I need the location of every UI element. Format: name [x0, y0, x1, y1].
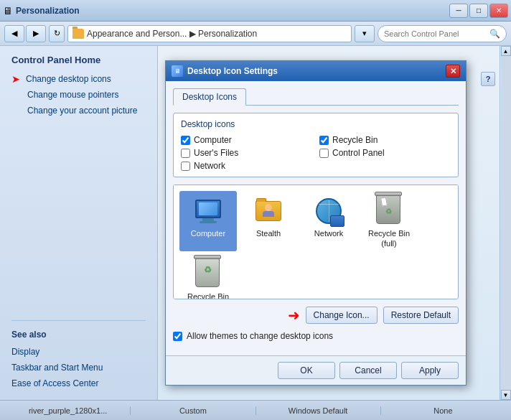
search-box[interactable]: 🔍 — [378, 25, 507, 42]
checkbox-control-panel[interactable] — [319, 149, 329, 158]
recycle-full-shape: ♻ — [376, 195, 402, 227]
window-title: Personalization — [16, 6, 80, 16]
checkbox-label-users-files: User's Files — [194, 148, 238, 158]
sidebar-item-display[interactable]: Display — [11, 344, 146, 360]
address-bar: ◀ ▶ ↻ Appearance and Person... ▶ Persona… — [0, 22, 511, 46]
icon-item-computer[interactable]: Computer — [179, 191, 237, 251]
checkbox-computer[interactable] — [181, 136, 190, 145]
cb-row-control-panel: Control Panel — [319, 148, 451, 158]
back-button[interactable]: ◀ — [4, 25, 24, 42]
bin-lid — [375, 192, 402, 196]
close-button[interactable]: ✕ — [489, 4, 508, 18]
sidebar-item-change-mouse-pointers[interactable]: Change mouse pointers — [11, 87, 146, 103]
address-text: Appearance and Person... ▶ Personalizati… — [87, 29, 257, 39]
sidebar-item-taskbar[interactable]: Taskbar and Start Menu — [11, 360, 146, 375]
icon-label-network: Network — [314, 228, 343, 238]
scrollbar-down[interactable]: ▼ — [501, 390, 511, 400]
control-panel-home-link[interactable]: Control Panel Home — [11, 55, 146, 65]
restore-default-button[interactable]: Restore Default — [383, 307, 459, 324]
minimize-button[interactable]: ─ — [449, 4, 468, 18]
sidebar-label-change-desktop: Change desktop icons — [26, 71, 111, 87]
forward-button[interactable]: ▶ — [26, 25, 46, 42]
recycle-empty-shape: ♻ — [195, 258, 221, 290]
icon-item-recycle-empty[interactable]: ♻ Recycle Bin(empty) — [179, 254, 237, 299]
icon-item-network[interactable]: Network — [300, 191, 357, 251]
scrollbar[interactable]: ▲ ▼ — [500, 46, 511, 400]
checkbox-label-network: Network — [194, 161, 225, 171]
recycle-arrows: ♻ — [385, 207, 392, 215]
icon-item-stealth[interactable]: Stealth — [240, 191, 297, 251]
computer-icon-visual — [191, 194, 225, 228]
dialog-buttons: OK Cancel Apply — [166, 355, 466, 385]
apply-button[interactable]: Apply — [401, 362, 459, 379]
refresh-button[interactable]: ↻ — [49, 25, 65, 42]
sidebar: Control Panel Home ➤ Change desktop icon… — [0, 46, 158, 400]
folder-tab — [256, 198, 266, 202]
checkbox-label-control-panel: Control Panel — [332, 148, 385, 158]
stealth-icon-visual — [251, 194, 286, 228]
group-label: Desktop icons — [181, 119, 451, 129]
icons-grid: Computer — [179, 191, 452, 299]
sidebar-item-change-desktop-icons[interactable]: ➤ Change desktop icons — [11, 71, 146, 87]
cb-row-network: Network — [181, 161, 312, 171]
dialog-icon: 🖥 — [172, 65, 183, 77]
recycle-bin-full-body: ♻ — [376, 195, 400, 224]
icon-item-recycle-full[interactable]: ♻ Recycle Bin(full) — [360, 191, 418, 251]
scrollbar-up[interactable]: ▲ — [501, 46, 511, 56]
person-shape — [263, 204, 274, 217]
recycle-bin-empty-body: ♻ — [195, 258, 220, 287]
help-button[interactable]: ? — [481, 72, 495, 86]
checkbox-network[interactable] — [181, 162, 190, 171]
sidebar-item-ease-of-access[interactable]: Ease of Access Center — [11, 375, 146, 391]
allow-themes-label: Allow themes to change desktop icons — [187, 331, 333, 341]
cb-row-users-files: User's Files — [181, 148, 312, 158]
monitor-stand — [202, 218, 214, 221]
icon-label-recycle-full: Recycle Bin(full) — [368, 228, 410, 248]
network-icon-visual — [311, 194, 346, 228]
status-segment-3: Windows Default — [256, 406, 381, 415]
monitor-shape — [195, 200, 221, 218]
icon-label-recycle-empty: Recycle Bin(empty) — [187, 291, 229, 299]
checkbox-label-recycle-bin: Recycle Bin — [332, 135, 378, 145]
nav-buttons: ◀ ▶ — [4, 25, 46, 42]
monitor-small-shape — [330, 215, 344, 227]
status-segment-1: river_purple_1280x1... — [6, 406, 131, 415]
desktop-icons-group: Desktop icons Computer Recycle Bin — [173, 113, 459, 177]
sidebar-label-account-picture: Change your account picture — [27, 103, 137, 118]
ok-button[interactable]: OK — [278, 362, 335, 379]
checkbox-users-files[interactable] — [181, 149, 190, 158]
bin-lid-empty — [194, 255, 221, 259]
dialog-close-button[interactable]: ✕ — [446, 65, 460, 78]
monitor-base — [200, 221, 217, 223]
cancel-button[interactable]: Cancel — [339, 362, 397, 379]
dialog-content: Desktop Icons Desktop icons Computer — [166, 81, 466, 355]
go-button[interactable]: ▾ — [355, 25, 375, 42]
title-bar-buttons: ─ □ ✕ — [449, 4, 508, 18]
address-path[interactable]: Appearance and Person... ▶ Personalizati… — [67, 25, 352, 42]
stealth-icon-shape — [255, 201, 281, 221]
monitor-screen — [199, 202, 217, 215]
sidebar-label-mouse-pointers: Change mouse pointers — [27, 87, 118, 103]
change-icon-button[interactable]: Change Icon... — [306, 307, 378, 324]
red-arrow-icon: ➜ — [173, 307, 300, 324]
see-also-title: See also — [11, 330, 146, 340]
checkbox-allow-themes[interactable] — [173, 332, 182, 341]
status-bar: river_purple_1280x1... Custom Windows De… — [0, 400, 511, 420]
checkbox-recycle-bin[interactable] — [319, 136, 329, 145]
network-icon-shape — [313, 195, 344, 227]
main-panel: ▲ ▼ ? 🖥 Desktop Icon Settings ✕ De — [158, 46, 511, 400]
checkbox-label-computer: Computer — [194, 135, 232, 145]
sidebar-item-change-account-picture[interactable]: Change your account picture — [11, 103, 146, 118]
content-area: Control Panel Home ➤ Change desktop icon… — [0, 46, 511, 400]
cb-row-computer: Computer — [181, 135, 312, 145]
status-segment-2: Custom — [131, 406, 255, 415]
maximize-button[interactable]: □ — [469, 4, 488, 18]
tab-desktop-icons[interactable]: Desktop Icons — [173, 88, 246, 106]
scrollbar-track[interactable] — [501, 56, 511, 390]
icon-label-stealth: Stealth — [256, 228, 281, 238]
icon-label-computer: Computer — [191, 228, 225, 238]
see-also-section: See also Display Taskbar and Start Menu … — [11, 320, 146, 391]
icons-container[interactable]: Computer — [173, 185, 459, 299]
search-input[interactable] — [384, 29, 487, 38]
desktop-icon-settings-dialog: 🖥 Desktop Icon Settings ✕ Desktop Icons … — [165, 60, 467, 386]
